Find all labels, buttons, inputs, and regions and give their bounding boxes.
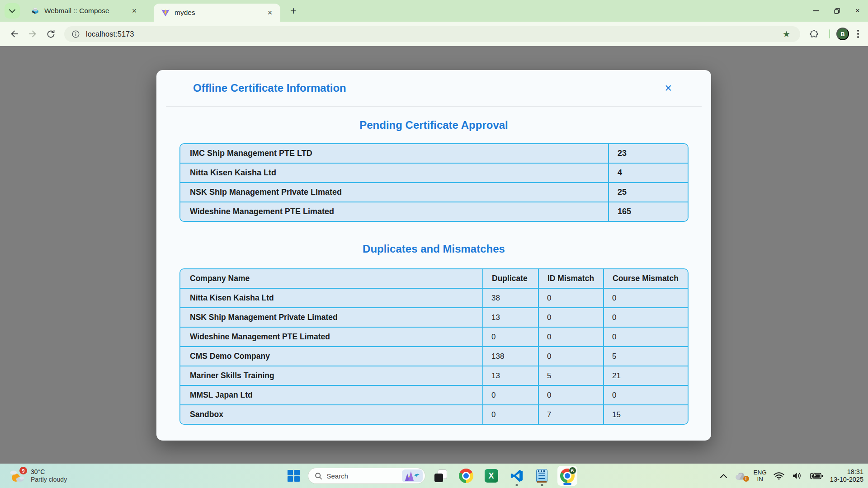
task-view-button[interactable]: [431, 465, 451, 487]
company-cell: Nitta Kisen Kaisha Ltd: [180, 289, 482, 307]
company-cell: NSK Ship Management Private Limated: [180, 308, 482, 327]
window-controls: ×: [806, 0, 868, 22]
column-header: Duplicate: [482, 269, 538, 288]
weather-widget[interactable]: 9 30°C Partly cloudy: [9, 464, 67, 488]
system-tray: ! ENG IN 18:31 13-10-2025: [719, 464, 863, 488]
address-bar[interactable]: localhost:5173 ★: [64, 26, 800, 42]
table-row: Nitta Kisen Kaisha Ltd 4: [180, 163, 688, 182]
onedrive-tray-button[interactable]: !: [734, 471, 748, 481]
tray-overflow-button[interactable]: [719, 473, 728, 479]
modal-header: Offline Certificate Information ×: [166, 70, 702, 107]
onedrive-alert-badge: !: [743, 476, 749, 482]
duplicate-cell: 38: [482, 289, 538, 307]
table-row: MMSL Japan Ltd 0 0 0: [180, 385, 688, 404]
duplicate-cell: 0: [482, 405, 538, 424]
site-info-icon[interactable]: [71, 30, 80, 38]
battery-tray-button[interactable]: [809, 472, 824, 480]
vscode-taskbar-button[interactable]: [507, 465, 527, 487]
tab-close-icon[interactable]: ×: [129, 6, 139, 16]
taskbar-clock[interactable]: 18:31 13-10-2025: [830, 468, 863, 484]
battery-charging-icon: [810, 473, 823, 479]
count-cell: 25: [608, 183, 688, 202]
weather-text: 30°C Partly cloudy: [31, 468, 67, 483]
duplicate-cell: 13: [482, 308, 538, 327]
duplicates-heading: Duplicates and Mismatches: [156, 243, 711, 255]
tab-title: mydes: [175, 9, 260, 17]
roundcube-favicon-icon: [31, 6, 40, 15]
modal-close-button[interactable]: ×: [662, 82, 675, 95]
running-indicator: [541, 484, 543, 486]
count-cell: 23: [608, 144, 688, 163]
id-mismatch-cell: 0: [538, 386, 603, 404]
column-header: Company Name: [180, 269, 482, 288]
notepad-taskbar-button[interactable]: [532, 465, 552, 487]
id-mismatch-cell: 0: [538, 308, 603, 327]
running-indicator: [515, 484, 518, 486]
table-row: IMC Ship Management PTE LTD 23: [180, 144, 688, 163]
clock-time: 18:31: [847, 468, 863, 476]
speaker-icon: [792, 472, 802, 480]
language-indicator[interactable]: ENG IN: [754, 469, 767, 483]
id-mismatch-cell: 0: [538, 347, 603, 366]
course-mismatch-cell: 21: [603, 366, 688, 385]
profile-avatar[interactable]: B: [836, 28, 849, 40]
puzzle-icon: [809, 29, 819, 39]
language-line1: ENG: [754, 469, 767, 476]
table-row: Sandbox 0 7 15: [180, 404, 688, 424]
weather-icon: 9: [9, 467, 26, 485]
table-row: NSK Ship Management Private Limated 25: [180, 182, 688, 202]
reload-button[interactable]: [42, 26, 59, 42]
tab-title: Webmail :: Compose: [44, 7, 125, 15]
weather-condition: Partly cloudy: [31, 476, 67, 483]
chrome-profile-badge: B: [569, 467, 576, 474]
id-mismatch-cell: 0: [538, 328, 603, 346]
count-cell: 165: [608, 202, 688, 221]
chrome-profile-taskbar-button[interactable]: B: [557, 466, 577, 486]
duplicate-cell: 138: [482, 347, 538, 366]
company-cell: IMC Ship Management PTE LTD: [180, 144, 608, 163]
count-cell: 4: [608, 164, 688, 182]
bookmark-star-icon[interactable]: ★: [780, 28, 793, 40]
restore-icon: [834, 8, 840, 14]
window-close-button[interactable]: ×: [847, 0, 868, 22]
vite-favicon-icon: [161, 8, 170, 17]
browser-menu-button[interactable]: [855, 28, 861, 40]
extensions-button[interactable]: [806, 26, 822, 42]
tab-mydes[interactable]: mydes ×: [154, 4, 280, 22]
back-button[interactable]: [6, 26, 23, 42]
notification-badge: 9: [19, 467, 27, 474]
table-row: NSK Ship Management Private Limated 13 0…: [180, 307, 688, 327]
company-cell: Sandbox: [180, 405, 482, 424]
window-restore-button[interactable]: [826, 0, 847, 22]
duplicate-cell: 0: [482, 386, 538, 404]
course-mismatch-cell: 0: [603, 308, 688, 327]
tab-webmail[interactable]: Webmail :: Compose ×: [23, 0, 144, 22]
duplicate-cell: 13: [482, 366, 538, 385]
wifi-tray-button[interactable]: [773, 471, 785, 481]
excel-taskbar-button[interactable]: X: [481, 465, 501, 487]
start-button[interactable]: [288, 470, 300, 482]
id-mismatch-cell: 7: [538, 405, 603, 424]
company-cell: Mariner Skills Training: [180, 366, 482, 385]
table-row: Wideshine Management PTE Limated 165: [180, 202, 688, 221]
offline-certificate-modal: Offline Certificate Information × Pendin…: [156, 70, 711, 441]
course-mismatch-cell: 0: [603, 328, 688, 346]
course-mismatch-cell: 0: [603, 289, 688, 307]
notepad-icon: [536, 469, 547, 483]
taskbar-search[interactable]: Search: [308, 468, 425, 484]
weather-temperature: 30°C: [31, 468, 67, 476]
taskbar: 9 30°C Partly cloudy Search X: [0, 464, 868, 488]
window-minimize-button[interactable]: [806, 0, 826, 22]
page-backdrop: Offline Certificate Information × Pendin…: [0, 46, 868, 464]
tab-search-button[interactable]: [5, 3, 20, 19]
modal-title: Offline Certificate Information: [193, 82, 346, 94]
volume-tray-button[interactable]: [791, 471, 803, 481]
search-highlight-image: [402, 469, 423, 482]
language-line2: IN: [757, 476, 763, 483]
tab-close-icon[interactable]: ×: [265, 8, 275, 18]
minimize-icon: [813, 10, 819, 11]
url-text: localhost:5173: [86, 30, 780, 38]
chrome-taskbar-button[interactable]: [456, 465, 476, 487]
new-tab-button[interactable]: +: [288, 5, 299, 17]
forward-button[interactable]: [24, 26, 41, 42]
